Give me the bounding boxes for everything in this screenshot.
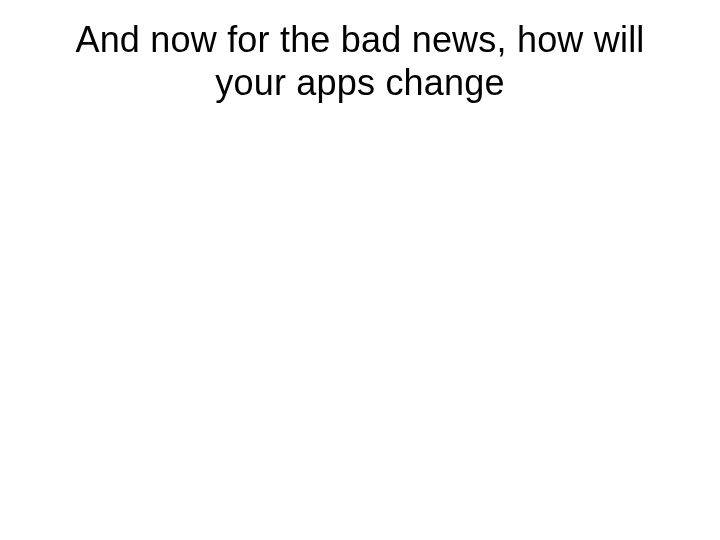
slide-container: And now for the bad news, how will your … — [0, 0, 720, 540]
slide-title: And now for the bad news, how will your … — [60, 18, 660, 104]
